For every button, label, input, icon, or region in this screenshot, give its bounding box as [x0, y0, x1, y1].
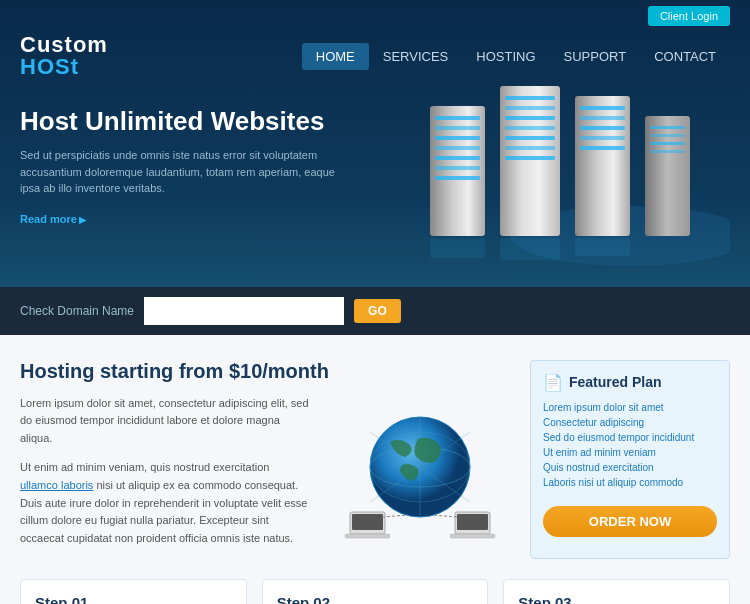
step-card-1: Step 01 Neque porro quisquam est, qui do… — [20, 579, 247, 604]
header: Client Login Custom HOSt HOME SERVICES H… — [0, 0, 750, 335]
hosting-text: Lorem ipsum dolor sit amet, consectetur … — [20, 395, 310, 560]
svg-rect-29 — [500, 238, 560, 260]
svg-rect-7 — [435, 166, 480, 170]
list-item: Quis nostrud exercitation — [543, 460, 717, 475]
svg-rect-1 — [430, 106, 485, 236]
list-item: Ut enim ad minim veniam — [543, 445, 717, 460]
list-item: Laboris nisi ut aliquip commodo — [543, 475, 717, 490]
main-para2: Ut enim ad minim veniam, quis nostrud ex… — [20, 459, 310, 547]
domain-go-button[interactable]: GO — [354, 299, 401, 323]
nav-item-services[interactable]: SERVICES — [369, 43, 463, 70]
domain-input[interactable] — [144, 297, 344, 325]
svg-rect-28 — [430, 238, 485, 258]
svg-rect-10 — [505, 96, 555, 100]
featured-title: 📄 Featured Plan — [543, 373, 717, 392]
hero-title: Host Unlimited Websites — [20, 106, 340, 137]
svg-rect-21 — [580, 136, 625, 140]
svg-rect-3 — [435, 126, 480, 130]
list-item: Lorem ipsum dolor sit amet — [543, 400, 717, 415]
hero-description: Sed ut perspiciatis unde omnis iste natu… — [20, 147, 340, 197]
featured-list: Lorem ipsum dolor sit amet Consectetur a… — [543, 400, 717, 490]
svg-rect-39 — [345, 534, 390, 538]
svg-rect-13 — [505, 126, 555, 130]
step-title-2: Step 02 — [277, 594, 474, 604]
nav-item-hosting[interactable]: HOSTING — [462, 43, 549, 70]
nav-link-support[interactable]: SUPPORT — [550, 43, 641, 70]
svg-rect-26 — [650, 142, 685, 145]
main-left: Hosting starting from $10/month Lorem ip… — [20, 360, 510, 560]
middle-content: Lorem ipsum dolor sit amet, consectetur … — [20, 395, 510, 560]
globe-container — [330, 395, 510, 560]
logo-host-text: HOSt — [20, 56, 108, 78]
svg-rect-14 — [505, 136, 555, 140]
step-card-3: Step 03 Porro quisquam est, qui dolorem … — [503, 579, 730, 604]
step-title-3: Step 03 — [518, 594, 715, 604]
svg-rect-5 — [435, 146, 480, 150]
svg-rect-4 — [435, 136, 480, 140]
svg-rect-18 — [580, 106, 625, 110]
svg-rect-22 — [580, 146, 625, 150]
ullamco-link[interactable]: ullamco laboris — [20, 479, 93, 491]
svg-rect-16 — [505, 156, 555, 160]
main-para1: Lorem ipsum dolor sit amet, consectetur … — [20, 395, 310, 448]
order-now-button[interactable]: ORDER NOW — [543, 506, 717, 537]
svg-rect-2 — [435, 116, 480, 120]
step-card-2: Step 02 Neque porro quisquam est, qui do… — [262, 579, 489, 604]
svg-rect-24 — [650, 126, 685, 129]
svg-rect-20 — [580, 126, 625, 130]
hero-text: Host Unlimited Websites Sed ut perspicia… — [20, 106, 340, 227]
svg-rect-15 — [505, 146, 555, 150]
logo: Custom HOSt — [20, 34, 108, 78]
client-login-button[interactable]: Client Login — [648, 6, 730, 26]
nav-link-contact[interactable]: CONTACT — [640, 43, 730, 70]
svg-rect-41 — [457, 514, 488, 530]
svg-rect-42 — [450, 534, 495, 538]
svg-rect-8 — [435, 176, 480, 180]
nav-links: HOME SERVICES HOSTING SUPPORT CONTACT — [302, 43, 730, 70]
logo-custom-text: Custom — [20, 34, 108, 56]
main-grid: Hosting starting from $10/month Lorem ip… — [20, 360, 730, 560]
svg-rect-30 — [575, 238, 630, 256]
svg-rect-6 — [435, 156, 480, 160]
server-racks-svg — [350, 76, 730, 276]
main-content: Hosting starting from $10/month Lorem ip… — [0, 335, 750, 604]
document-icon: 📄 — [543, 373, 563, 392]
hero-section: Host Unlimited Websites Sed ut perspicia… — [0, 86, 750, 287]
svg-rect-27 — [650, 150, 685, 153]
globe-svg — [330, 397, 510, 557]
svg-rect-25 — [650, 134, 685, 137]
svg-rect-12 — [505, 116, 555, 120]
list-item: Sed do eiusmod tempor incididunt — [543, 430, 717, 445]
nav-item-home[interactable]: HOME — [302, 43, 369, 70]
svg-rect-38 — [352, 514, 383, 530]
read-more-link[interactable]: Read more — [20, 213, 86, 225]
nav-item-support[interactable]: SUPPORT — [550, 43, 641, 70]
nav-item-contact[interactable]: CONTACT — [640, 43, 730, 70]
svg-line-43 — [382, 515, 408, 517]
hero-server-image — [350, 76, 750, 296]
top-bar: Client Login — [0, 0, 750, 26]
hosting-title: Hosting starting from $10/month — [20, 360, 510, 383]
svg-rect-11 — [505, 106, 555, 110]
svg-rect-19 — [580, 116, 625, 120]
nav-link-hosting[interactable]: HOSTING — [462, 43, 549, 70]
list-item: Consectetur adipiscing — [543, 415, 717, 430]
step-title-1: Step 01 — [35, 594, 232, 604]
featured-plan: 📄 Featured Plan Lorem ipsum dolor sit am… — [530, 360, 730, 560]
svg-line-44 — [432, 515, 457, 517]
domain-label: Check Domain Name — [20, 304, 134, 318]
nav-link-services[interactable]: SERVICES — [369, 43, 463, 70]
nav-link-home[interactable]: HOME — [302, 43, 369, 70]
steps-section: Step 01 Neque porro quisquam est, qui do… — [20, 579, 730, 604]
